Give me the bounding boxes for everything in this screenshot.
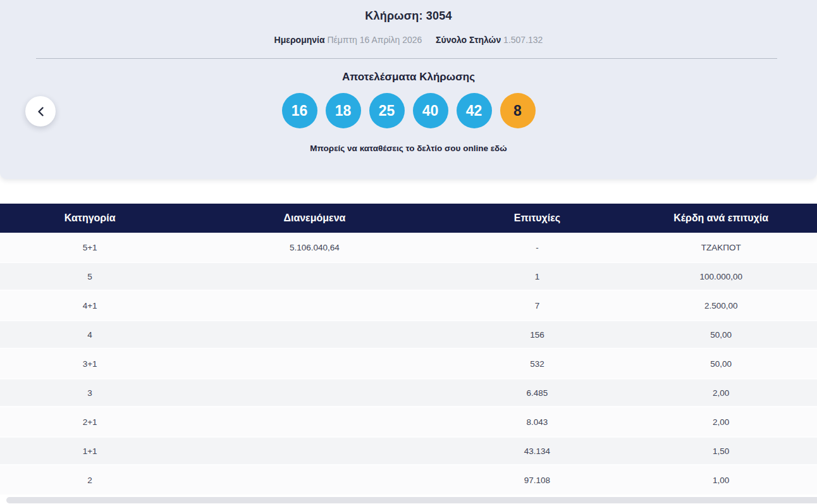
winning-number-ball: 18 <box>326 93 361 128</box>
prize-table-body: 5+15.106.040,64-ΤΖΑΚΠΟΤ51100.000,004+172… <box>0 233 817 495</box>
winning-number-ball: 40 <box>413 93 448 128</box>
cell-winners: 6.485 <box>450 388 625 398</box>
draw-meta: Ημερομηνία Πέμπτη 16 Απρίλη 2026 Σύνολο … <box>0 35 817 45</box>
cell-winners: 97.108 <box>450 476 625 485</box>
winning-number-ball: 25 <box>369 93 405 128</box>
table-row: 1+143.1341,50 <box>0 436 817 465</box>
table-row: 297.1081,00 <box>0 465 817 495</box>
draw-number: 3054 <box>426 9 452 22</box>
cell-payout: 1,00 <box>625 476 817 485</box>
column-header: Διανεμόμενα <box>180 212 449 224</box>
cell-winners: 7 <box>450 301 625 310</box>
date-label: Ημερομηνία <box>274 35 325 45</box>
cell-winners: 8.043 <box>450 417 625 427</box>
cell-winners: 43.134 <box>450 446 625 456</box>
winning-numbers: 16182540428 <box>0 93 817 128</box>
column-header: Επιτυχίες <box>450 212 625 224</box>
draw-title-label: Κλήρωση: <box>365 9 422 22</box>
cell-payout: 2.500,00 <box>625 301 817 310</box>
cell-category: 5 <box>0 272 180 281</box>
cell-category: 2+1 <box>0 417 180 427</box>
divider <box>36 58 777 59</box>
table-row: 3+153250,00 <box>0 349 817 378</box>
table-row: 2+18.0432,00 <box>0 407 817 436</box>
table-row: 36.4852,00 <box>0 378 817 407</box>
cell-category: 3+1 <box>0 359 180 369</box>
date-value: Πέμπτη 16 Απρίλη 2026 <box>327 35 422 45</box>
table-row: 415650,00 <box>0 320 817 349</box>
winning-number-ball: 16 <box>282 93 317 128</box>
total-columns-label: Σύνολο Στηλών <box>436 35 501 45</box>
joker-number-ball: 8 <box>500 93 536 128</box>
cell-category: 5+1 <box>0 243 180 252</box>
cell-category: 4 <box>0 330 180 340</box>
cell-payout: 1,50 <box>625 446 817 456</box>
column-header: Κέρδη ανά επιτυχία <box>625 212 817 224</box>
cell-payout: 2,00 <box>625 388 817 398</box>
cell-winners: 532 <box>450 359 625 369</box>
chevron-left-icon <box>37 107 44 116</box>
cell-category: 4+1 <box>0 301 180 310</box>
total-columns-value: 1.507.132 <box>503 35 543 45</box>
cell-category: 3 <box>0 388 180 398</box>
cell-category: 2 <box>0 476 180 485</box>
draw-summary-card: Κλήρωση: 3054 Ημερομηνία Πέμπτη 16 Απρίλ… <box>0 0 817 179</box>
results-heading: Αποτελέσματα Κλήρωσης <box>0 71 817 83</box>
cell-winners: - <box>450 243 625 252</box>
table-row: 4+172.500,00 <box>0 291 817 320</box>
cell-payout: 50,00 <box>625 330 817 340</box>
draw-title: Κλήρωση: 3054 <box>0 0 817 23</box>
prize-table: ΚατηγορίαΔιανεμόμεναΕπιτυχίεςΚέρδη ανά ε… <box>0 204 817 495</box>
cell-payout: 50,00 <box>625 359 817 369</box>
table-row: 51100.000,00 <box>0 262 817 291</box>
cell-distributed: 5.106.040,64 <box>180 243 449 252</box>
cell-payout: ΤΖΑΚΠΟΤ <box>625 243 817 252</box>
cell-category: 1+1 <box>0 446 180 456</box>
online-ticket-link[interactable]: Μπορείς να καταθέσεις το δελτίο σου onli… <box>0 144 817 153</box>
cell-payout: 100.000,00 <box>625 272 817 281</box>
horizontal-scrollbar[interactable] <box>6 497 817 503</box>
table-row: 5+15.106.040,64-ΤΖΑΚΠΟΤ <box>0 233 817 262</box>
previous-draw-button[interactable] <box>25 96 56 126</box>
cell-payout: 2,00 <box>625 417 817 427</box>
cell-winners: 156 <box>450 330 625 340</box>
cell-winners: 1 <box>450 272 625 281</box>
column-header: Κατηγορία <box>0 212 180 224</box>
prize-table-header: ΚατηγορίαΔιανεμόμεναΕπιτυχίεςΚέρδη ανά ε… <box>0 204 817 233</box>
winning-number-ball: 42 <box>457 93 492 128</box>
